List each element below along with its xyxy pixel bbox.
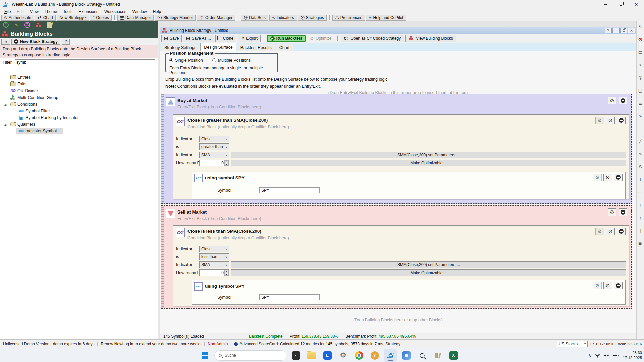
arrow-up-icon[interactable]: ↑ (637, 214, 644, 221)
clone-button[interactable]: Clone (215, 35, 236, 42)
open-csharp-button[interactable]: C#Open as C# Coded Strategy (341, 35, 404, 42)
close-button[interactable]: ✕ (629, 0, 644, 9)
block-drag-grip[interactable] (161, 206, 164, 308)
start-button[interactable] (199, 349, 211, 362)
document-icon[interactable]: ▢ (637, 87, 644, 94)
curve-icon[interactable]: S (637, 163, 644, 170)
strategies-button[interactable]: Strategies (298, 15, 327, 21)
restore-button[interactable] (613, 0, 629, 9)
insights-panel-icon[interactable] (24, 22, 30, 28)
crosshair-icon[interactable]: ⌖ (637, 61, 644, 68)
sell-qualifier-block[interactable]: ABC using symbol SPY ⚙ ⊘ Symbol SPY (192, 280, 626, 305)
new-block-strategy-button[interactable]: +New Block Strategy (11, 39, 60, 45)
disable-condition-button[interactable]: ⊘ (606, 117, 615, 124)
renew-now-link[interactable]: Renew Now (101, 342, 122, 346)
symbol-input[interactable]: SPY (259, 187, 320, 193)
tree-item-multi-condition-group[interactable]: Multi-Condition Group (0, 94, 158, 101)
disable-block-button[interactable]: ⊘ (608, 97, 616, 104)
indicator-select[interactable]: Closev (199, 246, 229, 252)
taskbar-terminal-icon[interactable]: >_ (289, 349, 302, 362)
strategy-close-button[interactable]: ✕ (628, 28, 635, 33)
text-tool-icon[interactable]: T (637, 176, 644, 183)
datasets-panel-icon[interactable] (3, 22, 9, 28)
condition-settings-button[interactable]: ⚙ (595, 117, 604, 124)
tab-backtest-results[interactable]: Backtest Results (237, 44, 275, 51)
building-blocks-link[interactable]: Building Blocks (222, 77, 250, 82)
operator-select[interactable]: less thanv (199, 253, 229, 260)
taskbar-help-icon[interactable]: ? (368, 349, 381, 362)
taskbar-explorer-icon[interactable] (305, 349, 318, 362)
help-copilot-button[interactable]: ✦Help and CoPilot (366, 15, 406, 21)
trendline-icon[interactable]: — (637, 125, 644, 132)
tab-design-surface[interactable]: Design Surface (200, 43, 236, 51)
spinner-arrows[interactable]: ▴▾ (224, 160, 229, 166)
tree-item-indicator-symbol[interactable]: ABCIndicator Symbol (0, 128, 158, 134)
save-as-button[interactable]: Save As ... (183, 35, 214, 42)
tree-item-qualifiers[interactable]: ◢Qualifiers (0, 121, 158, 128)
library-panel-icon[interactable] (47, 22, 52, 28)
strategy-restore-button[interactable] (620, 28, 627, 33)
export-button[interactable]: ⇗Export (238, 35, 261, 42)
set-parameters-button[interactable]: SMA(Close,200) set Parameters ... (231, 152, 626, 158)
run-backtest-button[interactable]: ▶Run Backtest (267, 35, 306, 42)
disable-condition-button[interactable]: ⊘ (606, 228, 615, 235)
new-strategy-button[interactable]: New Strategy▾ (57, 15, 89, 21)
qualifier-settings-button[interactable]: ⚙ (593, 282, 602, 289)
view-building-blocks-button[interactable]: View Building Blocks (405, 35, 456, 42)
report-icon[interactable]: ≣ (637, 100, 644, 107)
menu-window[interactable]: Window (129, 9, 150, 15)
tree-item-symbol-filter[interactable]: ABCSymbol Filter (0, 108, 158, 114)
menu-theme[interactable]: Theme (42, 9, 60, 15)
taskbar-wealthlab-icon[interactable] (384, 349, 397, 362)
order-manager-button[interactable]: Order Manager (197, 15, 235, 21)
block-drag-grip[interactable] (161, 94, 164, 203)
tree-item-exits[interactable]: Exits (0, 81, 158, 87)
indicator2-select[interactable]: SMAv (199, 261, 229, 268)
menu-tools[interactable]: Tools (60, 9, 75, 15)
snapshot-icon[interactable]: ▣ (637, 240, 644, 247)
spinner-arrows[interactable]: ▴▾ (224, 270, 229, 276)
extend-demo-link[interactable]: Log in to extend your demo two more week… (122, 342, 201, 346)
sell-at-market-block[interactable]: Sell at Market Entry/Exit Block (drop Co… (161, 205, 632, 309)
taskbar-search[interactable]: Suche (214, 350, 286, 361)
minimize-button[interactable] (598, 0, 613, 9)
strategy-minimize-button[interactable] (612, 28, 620, 33)
taskbar-lens-icon[interactable] (416, 349, 428, 362)
channel-icon[interactable]: ∥ (637, 227, 644, 234)
wifi-icon[interactable] (595, 353, 600, 358)
tray-clock[interactable]: 23:3017.12.2025 (623, 350, 642, 360)
indicator2-select[interactable]: SMAv (199, 152, 229, 158)
strategy-monitor-button[interactable]: Strategy Monitor (155, 15, 196, 21)
battery-icon[interactable] (613, 354, 619, 357)
chart-button[interactable]: Chart (35, 15, 56, 21)
tray-chevron-icon[interactable]: ∧ (588, 353, 591, 358)
taskbar-settings-icon[interactable]: ⚙ (337, 349, 350, 362)
taskbar-photos-icon[interactable] (400, 349, 413, 362)
multiple-positions-radio[interactable]: Multiple Positions (212, 58, 251, 63)
tree-item-conditions[interactable]: ◢Conditions (0, 101, 158, 108)
buy-at-market-block[interactable]: Buy at Market Entry/Exit Block (drop Con… (161, 94, 632, 204)
no-trade-icon[interactable]: ⊘ (637, 36, 644, 43)
building-blocks-panel-icon[interactable] (36, 22, 42, 28)
expand-arrow-icon[interactable]: ◢ (4, 123, 8, 126)
qualifier-settings-button[interactable]: ⚙ (593, 174, 602, 181)
tab-strategy-settings[interactable]: Strategy Settings (161, 44, 200, 51)
collapse-condition-button[interactable] (617, 117, 626, 124)
watchlist-icon[interactable]: ▤ (637, 49, 644, 56)
menu-help[interactable]: Help (150, 9, 164, 15)
single-position-radio[interactable]: Single Position (169, 58, 203, 63)
buy-condition-block[interactable]: Close is greater than SMA(Close,200) Con… (173, 114, 629, 199)
menu-extensions[interactable]: Extensions (75, 9, 101, 15)
segment-icon[interactable]: ╱ (637, 138, 644, 145)
eraser-icon[interactable]: ▭ (637, 189, 644, 196)
make-optimizable-button[interactable]: Make Optimizable ... (231, 160, 626, 166)
taskbar-library-icon[interactable] (431, 349, 444, 362)
tree-item-entries[interactable]: Entries (0, 74, 158, 81)
tab-chart[interactable]: Chart (276, 44, 293, 51)
collapse-qualifier-button[interactable] (614, 282, 623, 289)
set-parameters-button[interactable]: SMA(Close,200) set Parameters ... (231, 261, 626, 268)
bars-ago-spinner[interactable]: 0▴▾ (199, 160, 229, 166)
disable-qualifier-button[interactable]: ⊘ (603, 282, 612, 289)
operator-select[interactable]: greater thanv (199, 143, 229, 150)
expand-arrow-icon[interactable]: ◢ (4, 103, 8, 106)
